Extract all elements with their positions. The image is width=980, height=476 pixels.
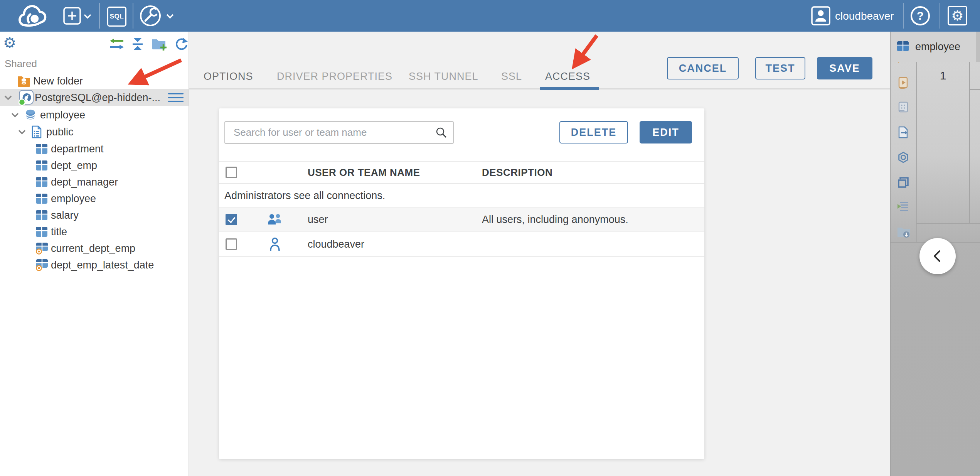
grid-view-icon[interactable] <box>897 101 910 114</box>
collapse-all-button[interactable] <box>130 37 145 52</box>
tree-item-schema-public[interactable]: public <box>0 123 189 140</box>
wrench-circle-icon <box>139 3 164 28</box>
test-button[interactable]: TEST <box>755 57 805 79</box>
chevron-down-icon <box>83 14 92 19</box>
table-icon <box>897 41 909 52</box>
row-checkbox[interactable] <box>226 214 237 225</box>
grid-row-divider <box>969 89 980 90</box>
save-to-folder-icon[interactable] <box>897 225 911 238</box>
settings-button[interactable]: ⚙ <box>948 6 967 25</box>
save-button[interactable]: SAVE <box>817 57 872 79</box>
row-name: user <box>308 214 328 226</box>
folder-database-icon <box>17 74 31 88</box>
tree-item-new-folder[interactable]: New folder <box>0 73 189 89</box>
connection-menu-icon[interactable] <box>167 92 184 103</box>
add-folder-button[interactable] <box>151 37 167 53</box>
view-icon <box>35 242 49 255</box>
tree-item-view-current-dept-emp[interactable]: current_dept_emp <box>0 240 189 257</box>
connection-tools-dropdown[interactable] <box>166 14 174 20</box>
search-input[interactable] <box>224 121 454 144</box>
view-icon <box>35 259 49 271</box>
table-row-cloudbeaver[interactable]: cloudbeaver <box>219 232 704 257</box>
topbar-separator <box>133 3 133 29</box>
row-checkbox[interactable] <box>226 238 237 250</box>
database-icon <box>24 108 37 122</box>
tree-item-view-dept-emp-latest-date[interactable]: dept_emp_latest_date <box>0 257 189 273</box>
grid-column-divider <box>969 62 970 223</box>
connection-dialog-area: OPTIONS DRIVER PROPERTIES SSH TUNNEL SSL… <box>189 32 890 476</box>
delete-button[interactable]: DELETE <box>559 121 628 143</box>
tree-item-label: current_dept_emp <box>51 242 135 254</box>
refresh-icon <box>173 37 188 51</box>
tree-settings-gear-icon[interactable]: ⚙ <box>3 35 16 50</box>
chevron-down-icon[interactable] <box>11 112 19 118</box>
help-button[interactable]: ? <box>910 5 931 28</box>
sql-editor-button[interactable]: SQL <box>107 7 126 27</box>
tab-ssl[interactable]: SSL <box>501 71 522 83</box>
export-data-icon[interactable] <box>897 126 910 139</box>
tree-item-table-employee[interactable]: employee <box>0 190 189 207</box>
chevron-down-icon[interactable] <box>18 129 26 135</box>
folder-plus-icon <box>151 37 167 51</box>
tree-item-table-title[interactable]: title <box>0 223 189 240</box>
plus-square-icon <box>63 7 81 25</box>
editor-tab-strip: employee <box>891 32 980 62</box>
refresh-button[interactable] <box>173 37 188 53</box>
cancel-button[interactable]: CANCEL <box>667 57 739 79</box>
table-icon <box>35 226 48 237</box>
tab-driver-properties[interactable]: DRIVER PROPERTIES <box>277 71 392 83</box>
collapse-panel-button[interactable] <box>919 238 956 274</box>
link-with-editor-button[interactable] <box>109 37 125 52</box>
tree-item-label: dept_manager <box>51 176 118 188</box>
execute-script-icon[interactable] <box>897 76 910 89</box>
tree-section-label: Shared <box>5 58 37 70</box>
tree-item-table-dept-emp[interactable]: dept_emp <box>0 157 189 174</box>
tab-ssh-tunnel[interactable]: SSH TUNNEL <box>409 71 478 83</box>
cloudbeaver-app: SQL cloudbeaver <box>0 0 980 476</box>
output-log-icon[interactable] <box>897 201 910 213</box>
editor-tab-label: employee <box>915 41 960 53</box>
schema-icon <box>31 125 42 138</box>
admin-note-text: Administrators see all connections. <box>224 190 385 202</box>
collapse-icon <box>130 37 145 51</box>
table-icon <box>35 160 48 171</box>
tab-access[interactable]: ACCESS <box>545 71 590 83</box>
tree-item-label: public <box>46 126 74 138</box>
edit-button[interactable]: EDIT <box>640 121 692 143</box>
user-name-label[interactable]: cloudbeaver <box>835 10 894 22</box>
active-tab-indicator <box>540 87 599 90</box>
tree-item-table-salary[interactable]: salary <box>0 207 189 223</box>
connection-tools-button[interactable] <box>139 3 164 30</box>
tree-item-label: employee <box>40 109 85 121</box>
table-header-row: USER OR TEAM NAME DESCRIPTION <box>219 161 704 184</box>
ai-assistant-icon[interactable] <box>897 151 910 164</box>
user-icon <box>268 237 281 252</box>
grid-row-number: 1 <box>917 62 969 89</box>
row-name: cloudbeaver <box>308 238 364 250</box>
tree-item-table-dept-manager[interactable]: dept_manager <box>0 174 189 190</box>
table-row-user[interactable]: user All users, including anonymous. <box>219 208 704 232</box>
select-all-checkbox[interactable] <box>226 167 237 178</box>
tab-employee-table[interactable]: employee <box>891 32 976 62</box>
new-connection-button[interactable] <box>63 7 81 27</box>
cloudbeaver-logo <box>15 2 52 31</box>
table-icon <box>35 143 48 154</box>
tree-item-postgresql-connection[interactable]: PostgreSQL@ep-hidden-... <box>0 89 189 106</box>
team-icon <box>267 213 283 226</box>
tree-item-database-employee[interactable]: employee <box>0 106 189 123</box>
row-description: All users, including anonymous. <box>482 214 628 226</box>
user-menu-button[interactable] <box>811 6 831 27</box>
tab-options[interactable]: OPTIONS <box>204 71 253 83</box>
new-connection-dropdown[interactable] <box>83 14 92 20</box>
chevron-down-icon[interactable] <box>4 95 12 100</box>
table-icon <box>35 177 48 187</box>
tree-item-label: dept_emp <box>51 159 97 171</box>
gear-icon: ⚙ <box>951 9 963 23</box>
frame-icon[interactable] <box>897 176 910 189</box>
data-editor-panel: 1 employee <box>890 32 980 476</box>
table-icon <box>35 193 48 204</box>
tree-item-label: salary <box>51 209 79 221</box>
top-bar: SQL cloudbeaver <box>0 0 980 32</box>
chevron-left-icon <box>931 249 945 263</box>
tree-item-table-department[interactable]: department <box>0 140 189 157</box>
